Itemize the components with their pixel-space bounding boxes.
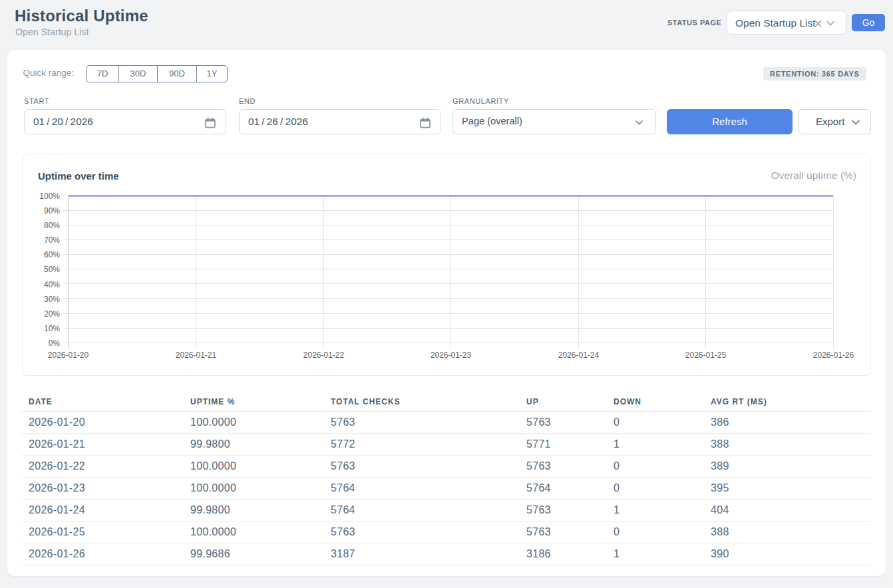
- svg-text:50%: 50%: [44, 265, 60, 274]
- svg-text:80%: 80%: [44, 221, 60, 230]
- svg-text:20%: 20%: [44, 309, 60, 319]
- svg-text:90%: 90%: [44, 206, 60, 216]
- svg-text:0%: 0%: [49, 339, 61, 348]
- svg-text:2026-01-23: 2026-01-23: [431, 351, 472, 360]
- svg-text:70%: 70%: [44, 235, 60, 245]
- svg-text:40%: 40%: [44, 280, 60, 289]
- svg-text:10%: 10%: [44, 324, 60, 333]
- svg-text:2026-01-21: 2026-01-21: [176, 351, 217, 360]
- svg-text:30%: 30%: [44, 295, 60, 304]
- svg-text:100%: 100%: [39, 192, 60, 201]
- svg-text:2026-01-26: 2026-01-26: [813, 351, 854, 360]
- svg-text:2026-01-25: 2026-01-25: [685, 351, 727, 360]
- svg-text:2026-01-22: 2026-01-22: [303, 351, 345, 360]
- svg-text:2026-01-24: 2026-01-24: [558, 351, 600, 360]
- svg-text:60%: 60%: [44, 250, 60, 259]
- svg-text:2026-01-20: 2026-01-20: [48, 351, 89, 360]
